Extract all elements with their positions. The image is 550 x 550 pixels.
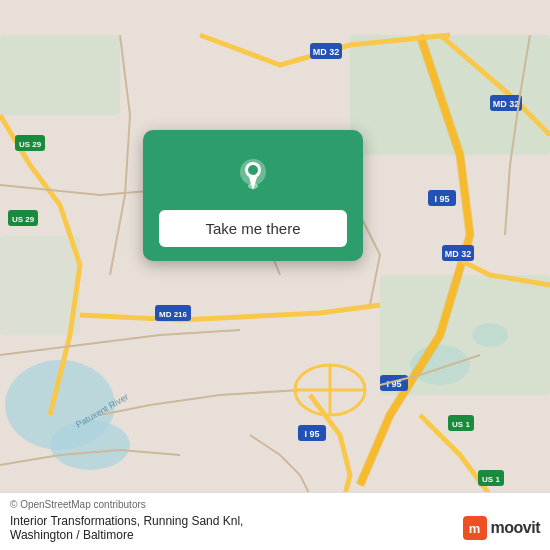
- map-roads: I 95 I 95 MD 32 MD 32 MD 32 US 29 US 29 …: [0, 0, 550, 550]
- moovit-logo: m moovit: [463, 516, 540, 540]
- take-me-there-button[interactable]: Take me there: [159, 210, 347, 247]
- svg-rect-7: [0, 235, 80, 335]
- svg-text:MD 216: MD 216: [159, 310, 188, 319]
- location-pin-icon: [227, 148, 279, 200]
- location-card: Take me there: [143, 130, 363, 261]
- app-container: I 95 I 95 MD 32 MD 32 MD 32 US 29 US 29 …: [0, 0, 550, 550]
- svg-text:I 95: I 95: [434, 194, 449, 204]
- svg-rect-5: [0, 35, 120, 115]
- bottom-bar: © OpenStreetMap contributors Interior Tr…: [0, 492, 550, 550]
- svg-text:I 95: I 95: [304, 429, 319, 439]
- location-row: Interior Transformations, Running Sand K…: [10, 514, 540, 542]
- svg-text:MD 32: MD 32: [313, 47, 340, 57]
- location-name: Interior Transformations, Running Sand K…: [10, 514, 463, 542]
- svg-point-36: [248, 165, 258, 175]
- moovit-m-badge: m: [463, 516, 487, 540]
- svg-text:US 29: US 29: [12, 215, 35, 224]
- svg-text:US 1: US 1: [452, 420, 470, 429]
- attribution-text: © OpenStreetMap contributors: [10, 499, 540, 510]
- svg-text:MD 32: MD 32: [493, 99, 520, 109]
- svg-text:US 1: US 1: [482, 475, 500, 484]
- map-area: I 95 I 95 MD 32 MD 32 MD 32 US 29 US 29 …: [0, 0, 550, 550]
- svg-point-1: [50, 420, 130, 470]
- svg-text:US 29: US 29: [19, 140, 42, 149]
- moovit-wordmark: moovit: [491, 519, 540, 537]
- svg-text:MD 32: MD 32: [445, 249, 472, 259]
